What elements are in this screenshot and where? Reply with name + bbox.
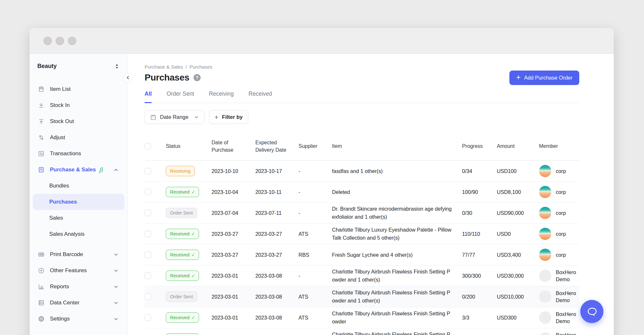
sidebar-item-settings[interactable]: Settings	[30, 311, 128, 327]
item: Charlotte Tilbury Airbrush Flawless Fini…	[332, 289, 462, 305]
table-row[interactable]: Received✓2023-03-012023-03-08ATSCharlott…	[145, 328, 579, 335]
item: Charlotte Tilbury Airbrush Flawless Fini…	[332, 330, 462, 335]
progress: 300/300	[462, 272, 497, 280]
expected-delivery-date: 2023-03-08	[255, 314, 298, 322]
member-cell: corp	[539, 228, 579, 240]
row-checkbox[interactable]	[145, 189, 151, 195]
add-purchase-order-button[interactable]: + Add Purchase Order	[509, 71, 579, 85]
expected-delivery-date: 2023-03-08	[255, 272, 298, 280]
tab-order-sent[interactable]: Order Sent	[166, 91, 194, 103]
row-checkbox[interactable]	[145, 168, 151, 174]
progress: 0/30	[462, 209, 497, 217]
member-cell: corp	[539, 186, 579, 198]
item: Charlotte Tilbury Airbrush Flawless Fini…	[332, 310, 462, 326]
sidebar-subitem-sales[interactable]: Sales	[33, 210, 124, 226]
table-row[interactable]: Received✓2023-03-272023-03-27ATSCharlott…	[145, 224, 579, 244]
help-icon[interactable]: ?	[194, 74, 201, 81]
supplier: -	[298, 209, 332, 217]
row-checkbox[interactable]	[145, 314, 151, 321]
sidebar-item-purchase-sales[interactable]: Purchase & Salesβ	[30, 162, 128, 178]
column-header-date-of-purchase: Date of Purchase	[212, 139, 255, 154]
sidebar-subitem-purchases[interactable]: Purchases	[33, 194, 124, 210]
stock-in-icon	[37, 101, 45, 109]
beta-badge: β	[99, 167, 103, 173]
supplier: RBS	[298, 251, 332, 259]
page-title: Purchases	[145, 72, 189, 83]
sidebar-collapse-button[interactable]	[123, 73, 133, 82]
breadcrumb-purchase-sales[interactable]: Purchase & Sales	[145, 64, 183, 70]
member-name: corp	[556, 168, 566, 175]
item: Charlotte Tilbury Luxury Eyeshadow Palet…	[332, 226, 462, 242]
sidebar-item-label: Item List	[50, 86, 71, 92]
member-name: BoxHero Demo	[556, 331, 579, 335]
filter-by-label: Filter by	[222, 114, 242, 120]
sidebar-item-item-list[interactable]: Item List	[30, 81, 128, 97]
workspace-name: Beauty	[37, 63, 57, 70]
sidebar: Beauty Item ListStock InStock OutAdjustT…	[30, 54, 128, 335]
column-header-item: Item	[332, 142, 462, 150]
table-row[interactable]: Order Sent2023-03-012023-03-08ATSCharlot…	[145, 286, 579, 307]
sidebar-item-print-barcode[interactable]: Print Barcode	[30, 246, 128, 263]
sidebar-subitem-sales-analysis[interactable]: Sales Analysis	[33, 226, 124, 242]
sidebar-item-other-features[interactable]: Other Features	[30, 263, 128, 279]
sidebar-subitem-label: Sales	[49, 215, 63, 221]
select-all-checkbox[interactable]	[145, 143, 151, 149]
sidebar-item-stock-in[interactable]: Stock In	[30, 97, 128, 113]
chat-launcher-button[interactable]	[580, 300, 603, 323]
window-minimize-button[interactable]	[56, 37, 64, 45]
tab-receiving[interactable]: Receiving	[209, 91, 234, 103]
status-label: Received	[170, 252, 189, 257]
sidebar-item-data-center[interactable]: Data Center	[30, 295, 128, 311]
sidebar-subitem-bundles[interactable]: Bundles	[33, 178, 124, 194]
row-checkbox[interactable]	[145, 293, 151, 300]
sidebar-item-stock-out[interactable]: Stock Out	[30, 113, 128, 129]
purchase-date: 2023-03-01	[212, 293, 255, 301]
sidebar-nav: Item ListStock InStock OutAdjustTransact…	[30, 81, 128, 327]
table-row[interactable]: Received✓2023-03-012023-03-08ATSCharlott…	[145, 307, 579, 328]
check-icon: ✓	[191, 232, 195, 236]
table-row[interactable]: Received✓2023-03-272023-03-27RBSFresh Su…	[145, 244, 579, 265]
sidebar-item-label: Stock Out	[50, 118, 74, 125]
tab-received[interactable]: Received	[249, 91, 272, 103]
date-range-button[interactable]: Date Range	[145, 110, 204, 124]
status-badge: Order Sent	[166, 208, 197, 218]
table-row[interactable]: Receiving2023-10-102023-10-17-fasdfas an…	[145, 161, 579, 182]
table-row[interactable]: Received✓2023-10-042023-10-11-Deleted100…	[145, 182, 579, 203]
barcode-icon	[37, 251, 45, 258]
sidebar-item-transactions[interactable]: Transactions	[30, 146, 128, 162]
supplier: ATS	[298, 293, 332, 301]
member-cell: BoxHero Demo	[539, 331, 579, 335]
column-header-member: Member	[539, 142, 579, 150]
row-checkbox[interactable]	[145, 252, 151, 258]
check-icon: ✓	[191, 190, 195, 195]
purchase-date: 2023-03-01	[212, 314, 255, 322]
status-label: Received	[170, 231, 189, 236]
window-zoom-button[interactable]	[68, 37, 76, 45]
avatar	[539, 228, 551, 240]
tab-all[interactable]: All	[145, 91, 152, 103]
sidebar-item-adjust[interactable]: Adjust	[30, 129, 128, 146]
sidebar-item-reports[interactable]: Reports	[30, 279, 128, 295]
row-checkbox[interactable]	[145, 210, 151, 216]
chevron-down-icon	[113, 267, 119, 274]
status-label: Received	[170, 189, 189, 195]
supplier: -	[298, 167, 332, 175]
progress: 3/3	[462, 314, 497, 322]
row-checkbox[interactable]	[145, 273, 151, 279]
filter-by-button[interactable]: + Filter by	[209, 110, 248, 124]
workspace-switcher[interactable]: Beauty	[30, 54, 128, 70]
row-checkbox[interactable]	[145, 231, 151, 237]
item: Dr. Brandt Skincare microdermabrasion ag…	[332, 205, 462, 221]
table-row[interactable]: Order Sent2023-07-042023-07-11-Dr. Brand…	[145, 203, 579, 224]
supplier: ATS	[298, 230, 332, 238]
check-icon: ✓	[191, 315, 195, 320]
window-close-button[interactable]	[43, 37, 52, 45]
expected-delivery-date: 2023-10-11	[255, 188, 298, 196]
adjust-icon	[37, 134, 45, 141]
purchase-date: 2023-03-27	[212, 230, 255, 238]
progress: 110/110	[462, 230, 497, 238]
table-row[interactable]: Received✓2023-03-012023-03-08-Charlotte …	[145, 265, 579, 286]
avatar	[539, 186, 551, 198]
breadcrumb-purchases[interactable]: Purchases	[189, 64, 212, 70]
status-label: Receiving	[170, 168, 191, 174]
